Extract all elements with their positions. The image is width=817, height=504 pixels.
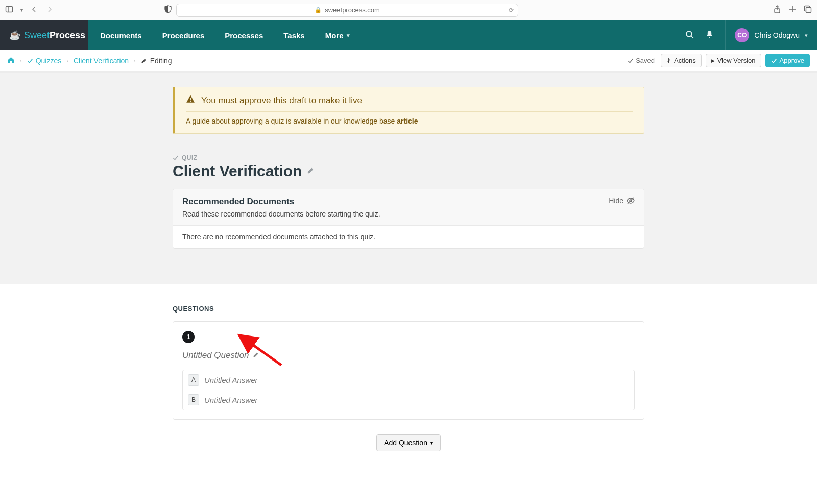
privacy-shield-icon[interactable]: [164, 5, 172, 15]
answer-letter: B: [188, 394, 199, 405]
avatar: CO: [735, 28, 749, 42]
add-question-button[interactable]: Add Question▾: [376, 434, 441, 451]
svg-marker-8: [667, 58, 670, 64]
answer-row[interactable]: A Untitled Answer: [183, 370, 634, 390]
avatar-initials: CO: [737, 32, 747, 39]
breadcrumb-sep: ›: [134, 58, 136, 64]
questions-heading: QUESTIONS: [173, 305, 644, 316]
answer-row[interactable]: B Untitled Answer: [183, 390, 634, 410]
question-number: 1: [187, 333, 190, 341]
bell-icon[interactable]: [705, 30, 714, 41]
browser-toolbar: ▾ 🔒 sweetprocess.com ⟳: [0, 0, 817, 20]
actions-button[interactable]: Actions: [661, 54, 702, 67]
approve-button[interactable]: Approve: [765, 54, 810, 67]
new-tab-icon[interactable]: [788, 5, 797, 15]
svg-rect-9: [190, 98, 191, 100]
answer-text: Untitled Answer: [204, 396, 258, 404]
caret-right-icon: ▶: [711, 58, 715, 63]
url-host: sweetprocess.com: [325, 6, 380, 14]
add-question-label: Add Question: [384, 439, 427, 447]
brand-mark-icon: ☕: [9, 30, 20, 41]
brand-bold: Process: [50, 30, 85, 40]
back-icon[interactable]: [30, 5, 38, 15]
home-icon[interactable]: [7, 56, 15, 65]
hide-recdocs-button[interactable]: Hide: [609, 197, 635, 205]
eye-off-icon: [627, 197, 635, 205]
address-bar[interactable]: 🔒 sweetprocess.com ⟳: [176, 4, 518, 17]
alert-title: You must approve this draft to make it l…: [201, 95, 362, 106]
question-title: Untitled Question: [182, 350, 249, 361]
editor-region: You must approve this draft to make it l…: [0, 71, 817, 284]
top-nav: ☕ SweetProcess Documents Procedures Proc…: [0, 20, 817, 50]
question-card: 1 Untitled Question A Untitled Answer B …: [173, 321, 644, 420]
view-version-label: View Version: [717, 57, 756, 64]
sidebar-toggle-icon[interactable]: [5, 5, 13, 15]
brand-thin: Sweet: [24, 30, 50, 40]
svg-rect-0: [6, 7, 13, 12]
brand-logo[interactable]: ☕ SweetProcess: [0, 20, 88, 50]
approve-alert: You must approve this draft to make it l…: [173, 87, 644, 134]
status-saved-label: Saved: [636, 57, 655, 64]
hide-label: Hide: [609, 197, 623, 205]
questions-section: QUESTIONS 1 Untitled Question A Untitled…: [0, 284, 817, 482]
user-menu[interactable]: CO Chris Odogwu ▾: [725, 20, 808, 50]
quiz-type-label: QUIZ: [173, 154, 644, 161]
answer-letter: A: [188, 374, 199, 386]
alert-sub: A guide about approving a quiz is availa…: [186, 117, 633, 125]
quiz-title-text: Client Verification: [173, 162, 302, 180]
share-icon[interactable]: [773, 5, 781, 15]
reload-icon[interactable]: ⟳: [509, 7, 514, 14]
svg-rect-5: [806, 8, 811, 13]
sub-bar: › Quizzes › Client Verification › Editin…: [0, 50, 817, 71]
recdocs-sub: Read these recommended documents before …: [182, 210, 380, 218]
actions-label: Actions: [674, 57, 696, 64]
warning-icon: [186, 94, 195, 106]
breadcrumb-quizzes-label: Quizzes: [36, 57, 62, 65]
user-name: Chris Odogwu: [754, 31, 800, 39]
view-version-button[interactable]: ▶View Version: [706, 54, 761, 67]
question-title-row: Untitled Question: [182, 350, 635, 361]
nav-tasks[interactable]: Tasks: [283, 31, 304, 40]
nav-procedures[interactable]: Procedures: [162, 31, 205, 40]
answers-list: A Untitled Answer B Untitled Answer: [182, 370, 635, 410]
quiz-type-text: QUIZ: [182, 154, 198, 161]
question-number-badge: 1: [182, 331, 195, 343]
svg-rect-10: [190, 101, 191, 102]
breadcrumb-item[interactable]: Client Verification: [74, 57, 129, 65]
search-icon[interactable]: [685, 30, 694, 41]
status-saved: Saved: [628, 57, 655, 64]
edit-title-icon[interactable]: [307, 166, 315, 176]
alert-sub-text: A guide about approving a quiz is availa…: [186, 117, 397, 125]
recdocs-heading: Recommended Documents: [182, 197, 380, 207]
breadcrumb: › Quizzes › Client Verification › Editin…: [7, 56, 172, 65]
svg-point-6: [686, 31, 692, 37]
breadcrumb-current-label: Editing: [150, 57, 172, 65]
nav-more[interactable]: More▾: [325, 31, 350, 40]
breadcrumb-quizzes[interactable]: Quizzes: [27, 57, 62, 65]
nav-processes[interactable]: Processes: [225, 31, 263, 40]
recdocs-empty: There are no recommended documents attac…: [173, 226, 644, 248]
chevron-down-icon: ▾: [347, 32, 350, 39]
nav-documents[interactable]: Documents: [100, 31, 142, 40]
breadcrumb-sep: ›: [66, 58, 68, 64]
forward-icon[interactable]: [45, 5, 54, 15]
caret-down-icon: ▾: [430, 440, 433, 446]
approve-label: Approve: [780, 57, 804, 64]
answer-text: Untitled Answer: [204, 376, 258, 385]
lock-icon: 🔒: [315, 7, 322, 13]
alert-article-link[interactable]: article: [397, 117, 418, 125]
tabs-icon[interactable]: [804, 5, 812, 15]
chevron-down-icon: ▾: [805, 32, 808, 39]
recommended-docs-box: Recommended Documents Read these recomme…: [173, 189, 644, 249]
breadcrumb-sep: ›: [20, 58, 22, 64]
edit-question-icon[interactable]: [253, 351, 259, 359]
nav-more-label: More: [325, 31, 344, 40]
chevron-down-icon[interactable]: ▾: [20, 7, 23, 13]
page-title: Client Verification: [173, 162, 644, 180]
svg-line-7: [691, 36, 693, 38]
breadcrumb-current: Editing: [141, 57, 172, 65]
